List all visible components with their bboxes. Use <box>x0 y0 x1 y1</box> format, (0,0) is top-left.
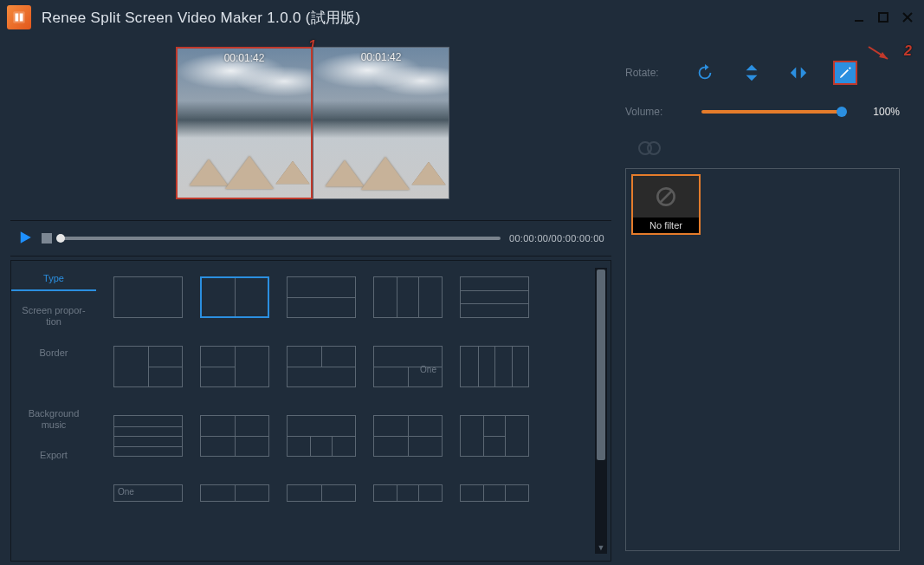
sidebar-item-background-music[interactable]: Background music <box>11 403 96 436</box>
svg-rect-1 <box>16 14 19 22</box>
volume-controls: Vol­ume: 100% <box>625 106 900 118</box>
sidebar-item-screen-proportion[interactable]: Screen propor­tion <box>11 300 96 333</box>
no-filter-icon <box>633 176 699 218</box>
filter-label: No filter <box>633 218 699 233</box>
scrollbar-thumb[interactable] <box>597 270 605 460</box>
stop-button[interactable] <box>42 233 52 244</box>
filter-no-filter[interactable]: No filter <box>631 174 701 235</box>
edit-button[interactable] <box>833 61 857 85</box>
layout-template[interactable] <box>287 346 356 387</box>
layout-template[interactable] <box>113 276 183 318</box>
svg-marker-9 <box>879 52 888 59</box>
template-cell-label: One <box>420 365 436 374</box>
app-title: Renee Split Screen Video Maker 1.0.0 (試用… <box>42 8 361 28</box>
timecode-display: 00:00:00/00:00:00:00 <box>509 233 604 244</box>
scroll-down-button[interactable]: ▼ <box>595 542 607 554</box>
layout-templates-grid: One One <box>96 261 611 561</box>
title-bar: Renee Split Screen Video Maker 1.0.0 (試用… <box>0 0 924 35</box>
layout-template[interactable] <box>460 276 529 318</box>
filters-icon <box>637 140 662 156</box>
annotation-arrow-icon <box>867 45 893 62</box>
volume-slider-knob[interactable] <box>837 107 847 117</box>
playback-bar: 00:00:00/00:00:00:00 <box>10 220 611 257</box>
layout-template[interactable] <box>287 276 356 318</box>
minimize-button[interactable] <box>850 8 869 27</box>
timeline-playhead[interactable] <box>56 234 65 243</box>
layout-template[interactable] <box>200 484 269 502</box>
preview-panel-1[interactable]: 00:01:42 <box>176 47 313 199</box>
app-logo-icon <box>7 5 31 29</box>
play-button[interactable] <box>17 230 33 248</box>
sidebar-item-placeholder <box>11 373 96 394</box>
svg-rect-2 <box>20 14 23 22</box>
flip-vertical-button[interactable] <box>740 61 764 85</box>
layout-template[interactable] <box>373 484 443 502</box>
volume-value: 100% <box>873 106 900 118</box>
sidebar-item-border[interactable]: Border <box>11 342 96 364</box>
layout-template[interactable] <box>373 276 443 318</box>
sidebar-item-export[interactable]: Export <box>11 445 96 466</box>
close-button[interactable] <box>898 8 917 27</box>
layout-template[interactable] <box>200 415 269 457</box>
svg-point-15 <box>648 142 660 154</box>
svg-marker-13 <box>801 68 806 79</box>
annotation-2: 2 <box>904 43 912 59</box>
layout-template[interactable] <box>287 415 356 457</box>
sidebar-item-type[interactable]: Type <box>11 268 96 291</box>
preview-area: 1 00:01:42 00:01:42 <box>10 47 615 220</box>
layout-template[interactable]: One <box>113 484 183 502</box>
layout-template[interactable] <box>200 346 269 387</box>
volume-slider[interactable] <box>701 110 842 114</box>
rotate-controls: Rotate: <box>625 61 900 85</box>
svg-line-17 <box>660 191 672 203</box>
svg-rect-4 <box>879 13 888 22</box>
volume-label: Vol­ume: <box>625 107 670 117</box>
rotate-label: Rotate: <box>625 67 670 79</box>
preview-panel-2[interactable]: 00:01:42 <box>313 47 449 199</box>
template-cell-label: One <box>118 487 134 497</box>
timecode-total: 00:00:00:00 <box>552 233 604 244</box>
filters-panel: No filter <box>625 168 900 551</box>
layout-template[interactable] <box>113 346 183 387</box>
preview-1-timestamp: 00:01:42 <box>178 52 311 64</box>
layout-template[interactable] <box>200 276 269 318</box>
layout-template[interactable] <box>373 415 443 457</box>
svg-marker-10 <box>746 65 758 70</box>
svg-rect-0 <box>13 11 25 23</box>
layout-template[interactable]: One <box>373 346 443 387</box>
layout-template[interactable] <box>460 346 529 387</box>
preview-2-timestamp: 00:01:42 <box>313 51 449 63</box>
templates-scrollbar[interactable]: ▲ ▼ <box>595 268 607 554</box>
templates-panel: Type Screen propor­tion Border Backgroun… <box>10 260 611 562</box>
rotate-cw-button[interactable] <box>693 61 717 85</box>
timeline-slider[interactable] <box>61 237 501 240</box>
timecode-current: 00:00:00 <box>509 233 548 244</box>
maximize-button[interactable] <box>874 8 893 27</box>
svg-marker-7 <box>21 231 31 244</box>
options-sidebar: Type Screen propor­tion Border Backgroun… <box>11 261 96 561</box>
svg-marker-11 <box>746 75 758 81</box>
layout-template[interactable] <box>460 484 529 502</box>
flip-horizontal-button[interactable] <box>786 61 811 85</box>
layout-template[interactable] <box>460 415 529 457</box>
layout-template[interactable] <box>287 484 356 502</box>
layout-template[interactable] <box>113 415 183 457</box>
svg-marker-12 <box>791 68 796 79</box>
